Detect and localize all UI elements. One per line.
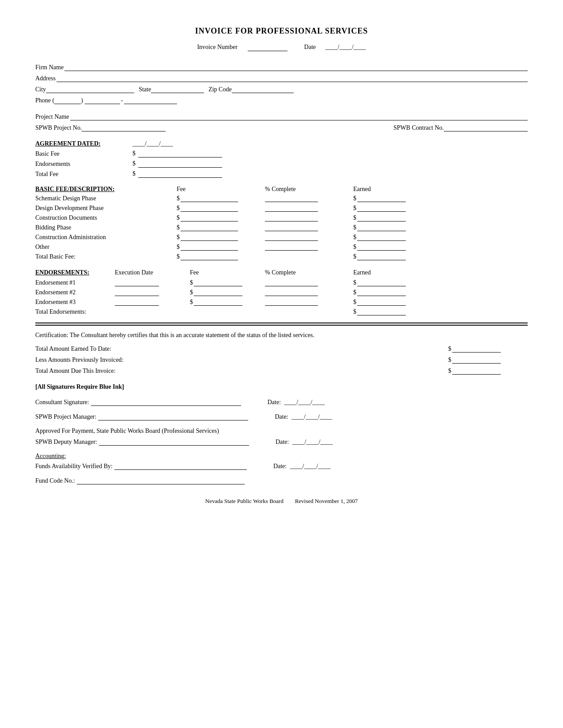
end1-earned[interactable] [357,279,406,286]
city-field[interactable] [46,86,134,93]
total-basic-earned[interactable]: $ [353,253,528,260]
phone-prefix-field[interactable] [85,97,120,104]
funds-date-field[interactable]: ____/____/____ [290,463,331,469]
bidding-phase-fee[interactable]: $ [177,224,265,231]
address-field[interactable] [57,75,528,82]
firm-name-field[interactable] [64,64,528,71]
address-row: Address [35,75,528,82]
design-dev-fee[interactable]: $ [177,204,265,212]
construction-docs-pct[interactable] [265,214,353,221]
end2-earned[interactable] [357,289,406,296]
end1-fee[interactable] [194,279,242,286]
schematic-fee[interactable]: $ [177,195,265,202]
funds-field[interactable] [114,462,247,470]
deputy-field[interactable] [99,438,249,446]
fee-pct-header: % Complete [265,186,296,192]
end1-pct[interactable] [265,279,318,286]
project-name-field[interactable] [70,113,528,120]
endorsements-fee-header: Fee [190,269,199,276]
firm-name-row: Firm Name [35,64,528,71]
phone-area-field[interactable] [54,97,81,104]
spwb-manager-sig-row: SPWB Project Manager: Date: ____/____/__… [35,413,528,420]
project-info-section: Project Name SPWB Project No. SPWB Contr… [35,113,528,131]
less-invoiced-value[interactable]: $ [448,356,528,364]
fund-code-label: Fund Code No.: [35,477,75,484]
agreement-dated-row: AGREEMENT DATED: ____/____/____ [35,140,528,147]
schematic-earned[interactable]: $ [353,195,528,202]
spwb-manager-date: Date: ____/____/____ [275,413,332,420]
invoice-number-field[interactable] [248,44,287,51]
consultant-sig-date: Date: ____/____/____ [268,399,325,406]
basic-fee-table: BASIC FEE/DESCRIPTION: Fee % Complete Ea… [35,186,528,260]
end-total-earned[interactable] [357,308,406,315]
spwb-contract-field[interactable] [444,124,528,131]
consultant-sig-field[interactable] [91,398,241,406]
spwb-contract-label: SPWB Contract No. [393,124,444,131]
total-fee-row: Total Fee $ [35,170,528,178]
total-basic-fee[interactable]: $ [177,253,265,260]
end3-fee[interactable] [194,298,242,306]
construction-docs-desc: Construction Documents [35,214,177,221]
total-due-label: Total Amount Due This Invoice: [35,368,448,375]
basic-fee-row: Basic Fee $ [35,150,528,158]
invoice-number-label: Invoice Number [197,44,237,50]
bidding-phase-pct[interactable] [265,224,353,231]
spwb-project-field[interactable] [82,124,166,131]
phone-row: Phone ( ) - [35,97,528,104]
agreement-date-field[interactable]: ____/____/____ [132,140,173,147]
design-dev-pct[interactable] [265,204,353,212]
zip-field[interactable] [232,86,294,93]
end2-fee[interactable] [194,289,242,296]
spwb-manager-date-field[interactable]: ____/____/____ [291,413,332,420]
total-fee-label: Total Fee [35,171,58,177]
design-dev-earned[interactable]: $ [353,204,528,212]
schematic-desc: Schematic Design Phase [35,195,177,202]
city-state-zip-row: City State Zip Code [35,86,528,93]
table-row: Endorsement #3 $ $ [35,298,528,306]
total-fee-dollar: $ [132,170,136,177]
other-pct[interactable] [265,243,353,251]
consultant-date-field[interactable]: ____/____/____ [284,399,325,405]
end3-exec[interactable] [115,298,159,306]
total-fee-field[interactable] [138,170,222,178]
basic-fee-label: Basic Fee [35,150,60,157]
construction-admin-pct[interactable] [265,233,353,241]
total-due-value[interactable]: $ [448,367,528,375]
endorsements-label: Endorsements [35,161,70,167]
double-divider-bottom [35,325,528,326]
fund-code-field[interactable] [77,477,245,484]
consultant-sig-label: Consultant Signature: [35,399,89,406]
endorsements-row: Endorsements $ [35,160,528,168]
end3-pct[interactable] [265,298,318,306]
firm-info-section: Firm Name Address City State Zip Code Ph… [35,64,528,104]
construction-admin-fee[interactable]: $ [177,233,265,241]
end1-exec[interactable] [115,279,159,286]
end2-exec[interactable] [115,289,159,296]
table-row: Bidding Phase $ $ [35,224,528,231]
endorsements-earned-header: Earned [353,269,371,276]
state-field[interactable] [151,86,204,93]
spwb-manager-field[interactable] [98,413,248,420]
date-label: Date [304,44,316,50]
funds-label: Funds Availability Verified By: [35,463,113,470]
other-earned[interactable]: $ [353,243,528,251]
end2-pct[interactable] [265,289,318,296]
deputy-date-field[interactable]: ____/____/____ [292,439,333,445]
schematic-pct[interactable] [265,195,353,202]
spwb-project-label: SPWB Project No. [35,124,82,131]
end3-earned[interactable] [357,298,406,306]
other-fee[interactable]: $ [177,243,265,251]
construction-docs-earned[interactable]: $ [353,214,528,221]
table-row: Endorsement #1 $ $ [35,279,528,286]
endorsements-dollar: $ [132,160,136,167]
phone-number-field[interactable] [124,97,177,104]
bidding-phase-earned[interactable]: $ [353,224,528,231]
basic-fee-field[interactable] [138,150,222,158]
fund-code-row: Fund Code No.: [35,477,528,484]
construction-admin-earned[interactable]: $ [353,233,528,241]
date-field[interactable]: ____/____/____ [325,44,366,50]
construction-admin-desc: Construction Administration [35,234,177,241]
construction-docs-fee[interactable]: $ [177,214,265,221]
endorsements-field[interactable] [138,160,222,168]
total-earned-value[interactable]: $ [448,345,528,353]
